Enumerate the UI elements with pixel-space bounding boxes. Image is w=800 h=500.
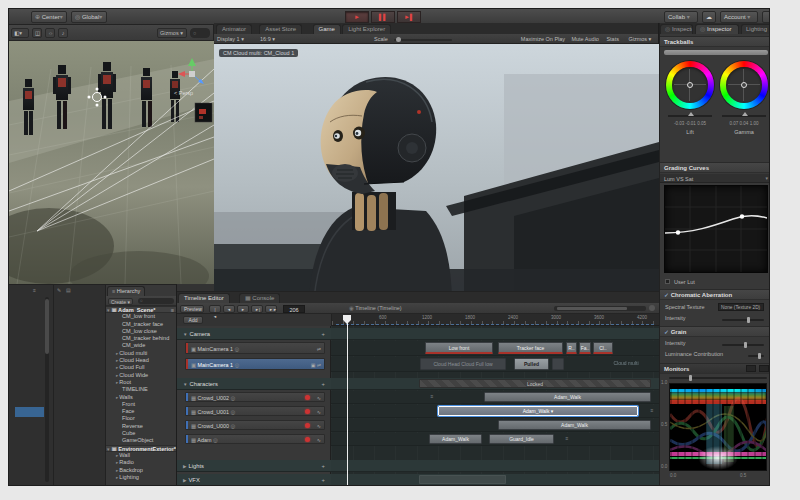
scene-gizmos-dropdown[interactable]: Gizmos ▾ — [157, 28, 187, 38]
chromatic-aberration-header[interactable]: ✓ Chromatic Aberration — [660, 289, 770, 300]
monitors-header[interactable]: Monitors — [660, 363, 770, 374]
timeline-clips-area[interactable]: Low frontTracker faceR..Fa..Cl..Cloud He… — [331, 326, 659, 486]
timeline-clip-cl[interactable]: Cl.. — [593, 342, 613, 354]
user-lut-checkbox[interactable] — [665, 279, 670, 284]
scale-slider-handle[interactable] — [396, 37, 401, 42]
lift-wheel[interactable] — [666, 61, 714, 109]
track-header-crowd-u000-6[interactable]: ▦ Crowd_U000 ◎∿ — [185, 420, 325, 430]
timeline-ruler[interactable]: 600120018002400300036004200 — [331, 314, 659, 326]
preview-toggle[interactable]: Preview — [180, 305, 204, 313]
scene-search-input[interactable]: ○ — [190, 28, 210, 38]
mute-audio-toggle[interactable]: Mute Audio — [571, 36, 599, 44]
hierarchy-item-cloud-head[interactable]: ▸Cloud Head — [106, 357, 176, 364]
hierarchy-item-cm-low-close[interactable]: CM_low close — [106, 328, 176, 335]
edit-icon[interactable]: ✎ — [57, 287, 61, 293]
timeline-breadcrumb[interactable]: ◉ Timeline (Timeline) — [349, 305, 402, 311]
curves-icon[interactable]: ∿ — [317, 407, 321, 416]
ca-intensity-slider[interactable] — [722, 319, 764, 321]
hierarchy-item-cube[interactable]: Cube — [106, 430, 176, 437]
track-header-maincamera-1-1[interactable]: ▣ MainCamera 1 ◎⇌ — [185, 342, 325, 354]
track-group-vfx[interactable]: ▶VFX+ — [177, 474, 331, 486]
track-header-crowd-u002-4[interactable]: ▦ Crowd_U002 ◎∿ — [185, 392, 325, 402]
lock-icon[interactable]: ≡ — [33, 287, 36, 293]
grain-header[interactable]: ✓ Grain — [660, 326, 770, 337]
timeline-clip-adam-walk[interactable]: Adam_Walk — [484, 392, 651, 402]
aspect-dropdown[interactable]: 16:9 ▾ — [260, 36, 275, 44]
hierarchy-item-cloud-multi[interactable]: ▸Cloud multi — [106, 350, 176, 357]
gizmos-toggle[interactable]: Gizmos ▾ — [628, 36, 651, 44]
add-track-button[interactable]: Add ▾ — [183, 316, 203, 324]
hierarchy-item-root[interactable]: ▸Root — [106, 379, 176, 386]
hierarchy-item-lighting[interactable]: ▸Lighting — [106, 474, 176, 481]
timeline-clip-low-front[interactable]: Low front — [425, 342, 493, 354]
tab-timeline-editor[interactable]: Timeline Editor — [178, 293, 230, 303]
project-strip-collapsed[interactable]: ≡ ✎ ▤ — [9, 284, 106, 486]
timeline-clip-adam-walk[interactable]: Adam_Walk — [498, 420, 651, 430]
timeline-clip-r[interactable]: R.. — [566, 342, 577, 354]
grain-intensity-slider[interactable] — [722, 344, 764, 346]
tab-animator[interactable]: Animator — [216, 24, 252, 34]
tab-light-explorer[interactable]: Light Explorer — [342, 24, 391, 34]
enabled-checkbox[interactable]: ✓ — [664, 292, 669, 298]
record-icon[interactable] — [305, 437, 310, 442]
curves-icon[interactable]: ∿ — [317, 435, 321, 444]
trackballs-sensitivity-slider[interactable] — [664, 50, 768, 55]
timeline-options-icon[interactable] — [649, 305, 655, 311]
timeline-clip-18[interactable] — [419, 475, 506, 484]
collab-button[interactable]: Collab ▾ — [664, 11, 698, 23]
grain-luminance-slider[interactable] — [748, 355, 764, 357]
tab-console[interactable]: ▦ Console — [239, 293, 280, 303]
timeline-clip-locked[interactable]: Locked — [419, 379, 651, 388]
hierarchy-item-front[interactable]: Front — [106, 401, 176, 408]
enabled-checkbox[interactable]: ✓ — [664, 329, 669, 335]
timeline-clip-guard-idle[interactable]: Guard_Idle — [489, 434, 554, 444]
hierarchy-item-timeline[interactable]: TIMELINE — [106, 386, 176, 393]
maximize-on-play-toggle[interactable]: Maximize On Play — [521, 36, 565, 44]
curve-mode-dropdown[interactable]: Lum VS Sat ▾ — [660, 174, 770, 183]
gamma-wheel[interactable] — [720, 61, 768, 109]
hierarchy-item-floor[interactable]: Floor — [106, 415, 176, 422]
display-dropdown[interactable]: Display 1 ▾ — [217, 36, 244, 44]
hierarchy-item-wall[interactable]: ▸Wall — [106, 452, 176, 459]
hierarchy-item-radio[interactable]: ▸Radio — [106, 459, 176, 466]
hierarchy-item-cm-tracker-behind[interactable]: CM_tracker behind — [106, 335, 176, 342]
add-in-group-icon[interactable]: + — [322, 328, 325, 340]
step-button[interactable]: ►▌ — [397, 11, 421, 23]
tab-inspector-1[interactable]: ◎ Inspector — [660, 24, 693, 34]
tab-lighting[interactable]: Lighting — [741, 24, 770, 34]
pause-button[interactable]: ▌▌ — [371, 11, 395, 23]
hierarchy-item-gameobject[interactable]: GameObject — [106, 437, 176, 444]
timeline-zoom-scrollbar[interactable] — [554, 306, 646, 311]
transport-button-4[interactable]: ►► — [265, 305, 277, 313]
hierarchy-item-cm-wide[interactable]: CM_wide — [106, 342, 176, 349]
hierarchy-item-walls[interactable]: ▸Walls — [106, 394, 176, 401]
game-viewport[interactable]: CM Cloud multi: CM_Cloud 1 — [214, 44, 659, 299]
grading-curves-header[interactable]: Grading Curves — [660, 162, 770, 173]
hierarchy-item-cloud-full[interactable]: ▸Cloud Full — [106, 364, 176, 371]
strip-selected-item[interactable] — [15, 407, 44, 417]
timeline-clip-tracker-face[interactable]: Tracker face — [498, 342, 563, 354]
curves-icon[interactable]: ∿ — [317, 393, 321, 402]
tab-asset-store[interactable]: Asset Store — [259, 24, 302, 34]
timeline-clip-adam-walk[interactable]: Adam_Walk ▾ — [438, 406, 638, 416]
scene-header-environmentexterior[interactable]: ▼▣ EnvironmentExterior*≡ — [106, 445, 176, 452]
hierarchy-item-backdrop[interactable]: ▸Backdrop — [106, 467, 176, 474]
pivot-center-button[interactable]: ⊕ Center▾ — [31, 11, 67, 23]
tab-hierarchy[interactable]: ≡ Hierarchy — [107, 286, 145, 296]
monitor-options-button[interactable] — [759, 365, 769, 372]
timeline-clip-[interactable]: ≡ — [646, 406, 658, 416]
lift-offset-slider[interactable] — [668, 115, 712, 117]
track-header-maincamera-1-2[interactable]: ▣ MainCamera 1 ◎▣ ⇌ — [185, 358, 325, 370]
timeline-clip-cloud-multi[interactable]: Cloud multi — [601, 358, 651, 370]
tab-game[interactable]: Game — [313, 24, 341, 34]
curves-icon[interactable]: ∿ — [317, 421, 321, 430]
hierarchy-item-cloud-wide[interactable]: ▸Cloud Wide — [106, 372, 176, 379]
scene-audio-toggle[interactable]: ♪ — [58, 28, 68, 38]
layers-button-partial[interactable] — [762, 11, 770, 23]
create-button[interactable]: Create ▾ — [108, 298, 133, 305]
track-actions-icon[interactable]: ⇌ — [317, 343, 321, 354]
hierarchy-item-reverse[interactable]: Reverse — [106, 423, 176, 430]
transport-button-2[interactable]: ► — [237, 305, 249, 313]
tab-inspector-2[interactable]: ◎ Inspector — [695, 24, 739, 34]
play-button[interactable]: ► — [345, 11, 369, 23]
